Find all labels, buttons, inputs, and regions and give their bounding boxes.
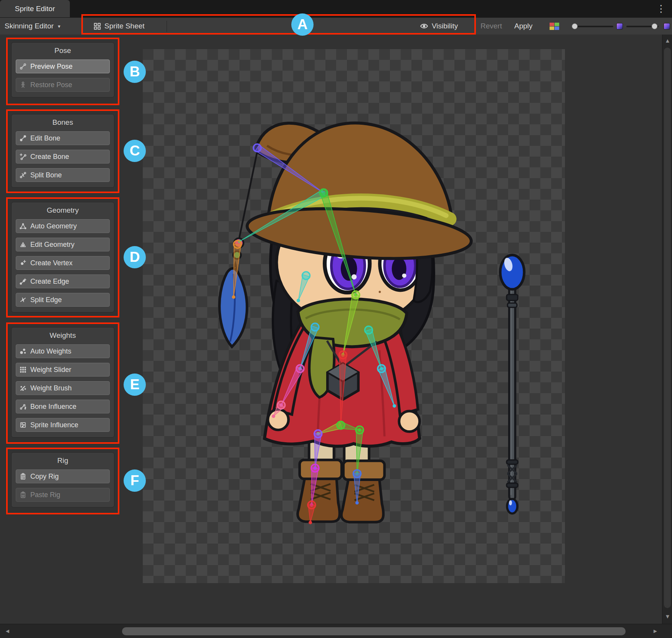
button-label: Create Edge — [30, 278, 69, 286]
button-label: Split Bone — [30, 171, 62, 179]
button-label: Restore Pose — [30, 81, 72, 89]
kebab-menu-icon[interactable]: ⋮ — [656, 3, 666, 14]
paste-rig-icon — [19, 491, 27, 499]
sprite-sheet-button[interactable]: Sprite Sheet — [94, 18, 145, 35]
edit-geometry-button[interactable]: Edit Geometry — [16, 238, 110, 251]
sprite-sheet-label: Sprite Sheet — [104, 22, 145, 30]
slider-knob[interactable] — [572, 23, 578, 29]
weight-slider-button[interactable]: Weight Slider — [16, 363, 110, 377]
button-label: Copy Rig — [30, 473, 59, 481]
button-label: Weight Slider — [30, 366, 71, 374]
annotation-badge-a: A — [291, 13, 314, 36]
copy-rig-button[interactable]: Copy Rig — [16, 469, 110, 483]
revert-label: Revert — [480, 22, 502, 30]
left-boot — [298, 460, 342, 522]
visibility-label: Visibility — [432, 22, 458, 30]
copy-rig-icon — [19, 473, 27, 480]
create-vertex-button[interactable]: Create Vertex — [16, 256, 110, 270]
bone-influence-icon — [19, 403, 27, 410]
skinning-editor-dropdown[interactable]: Skinning Editor ▾ — [5, 18, 60, 35]
button-label: Sprite Influence — [30, 421, 78, 429]
sprite-canvas[interactable] — [143, 49, 565, 583]
edit-bone-button[interactable]: Edit Bone — [16, 131, 110, 145]
visibility-button[interactable]: Visibility — [420, 18, 458, 35]
annotation-badge-d: D — [124, 246, 146, 268]
vertical-scroll-thumb[interactable] — [664, 48, 671, 608]
split-edge-button[interactable]: Split Edge — [16, 293, 110, 307]
button-label: Edit Geometry — [30, 241, 74, 249]
sprite-influence-button[interactable]: Sprite Influence — [16, 418, 110, 432]
auto-weights-icon — [19, 347, 27, 355]
annotation-badge-f: F — [124, 469, 146, 492]
button-label: Auto Geometry — [30, 222, 77, 230]
sprite-influence-icon — [19, 421, 27, 429]
toolbar: Skinning Editor ▾ Sprite Sheet Visibilit… — [0, 17, 672, 35]
button-label: Split Edge — [30, 296, 62, 304]
horizontal-scrollbar[interactable]: ◄ ► — [0, 624, 672, 638]
rig-panel: Rig Copy Rig Paste Rig — [11, 452, 114, 507]
vertical-scrollbar[interactable]: ▲ ▼ — [662, 35, 672, 624]
button-label: Preview Pose — [30, 63, 73, 71]
witch-hat — [246, 123, 473, 265]
color-swatch-icon[interactable] — [550, 23, 560, 30]
sprite-artwork — [143, 49, 565, 583]
button-label: Bone Influence — [30, 403, 76, 411]
restore-pose-button[interactable]: Restore Pose — [16, 78, 110, 92]
magic-staff — [500, 255, 524, 513]
create-edge-button[interactable]: Create Edge — [16, 274, 110, 288]
weight-slider-icon — [19, 366, 27, 374]
button-label: Paste Rig — [30, 491, 60, 499]
button-label: Create Bone — [30, 153, 69, 161]
revert-button[interactable]: Revert — [480, 18, 502, 35]
horizontal-scroll-thumb[interactable] — [122, 627, 626, 635]
create-edge-icon — [19, 278, 27, 285]
weight-brush-button[interactable]: Weight Brush — [16, 381, 110, 395]
panel-title: Bones — [16, 118, 110, 127]
split-edge-icon — [19, 296, 27, 304]
auto-weights-button[interactable]: Auto Weights — [16, 344, 110, 358]
gradient-swatch-icon[interactable] — [616, 23, 623, 30]
button-label: Edit Bone — [30, 134, 60, 142]
restore-pose-icon — [19, 81, 27, 89]
split-bone-button[interactable]: Split Bone — [16, 168, 110, 182]
create-bone-button[interactable]: Create Bone — [16, 150, 110, 164]
right-boot — [342, 461, 385, 522]
toolbar-separator — [475, 21, 476, 32]
auto-geometry-button[interactable]: Auto Geometry — [16, 219, 110, 233]
tab-sprite-editor[interactable]: Sprite Editor — [0, 0, 70, 17]
button-label: Auto Weights — [30, 347, 71, 355]
button-label: Create Vertex — [30, 259, 73, 267]
tab-title: Sprite Editor — [15, 5, 55, 13]
edit-geometry-icon — [19, 241, 27, 248]
panel-title: Geometry — [16, 206, 110, 215]
opacity-slider-2[interactable] — [626, 26, 659, 27]
scroll-left-icon[interactable]: ◄ — [5, 628, 10, 634]
pose-panel: Pose Preview Pose Restore Pose — [11, 42, 114, 98]
apply-label: Apply — [514, 22, 533, 30]
create-vertex-icon — [19, 259, 27, 267]
apply-button[interactable]: Apply — [514, 18, 533, 35]
mode-dropdown-label: Skinning Editor — [5, 22, 54, 30]
auto-geometry-icon — [19, 222, 27, 230]
preview-pose-icon — [19, 63, 27, 70]
scroll-up-icon[interactable]: ▲ — [665, 38, 670, 43]
panel-title: Rig — [16, 456, 110, 465]
annotation-badge-b: B — [124, 61, 146, 83]
toolbar-separator — [167, 21, 167, 32]
bones-panel: Bones Edit Bone Create Bone Split Bone — [11, 114, 114, 188]
bone-influence-button[interactable]: Bone Influence — [16, 400, 110, 413]
scroll-right-icon[interactable]: ► — [652, 628, 658, 634]
panel-title: Weights — [16, 331, 110, 340]
toolbar-separator — [82, 21, 83, 32]
weight-brush-icon — [19, 384, 27, 392]
button-label: Weight Brush — [30, 384, 72, 392]
gradient-swatch-icon[interactable] — [664, 23, 670, 30]
slider-knob[interactable] — [652, 23, 657, 29]
sprite-sheet-icon — [94, 23, 101, 30]
paste-rig-button[interactable]: Paste Rig — [16, 488, 110, 502]
opacity-slider-1[interactable] — [573, 26, 613, 27]
eye-icon — [420, 22, 428, 30]
scroll-down-icon[interactable]: ▼ — [665, 613, 670, 619]
preview-pose-button[interactable]: Preview Pose — [16, 60, 110, 73]
sprite-editor-window: Sprite Editor ⋮ Skinning Editor ▾ Sprite… — [0, 0, 672, 638]
